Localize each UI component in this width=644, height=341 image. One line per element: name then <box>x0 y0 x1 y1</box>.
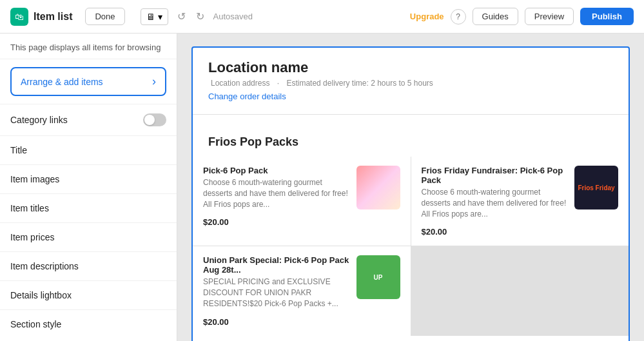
item-price: $20.00 <box>203 217 400 227</box>
item-card-inner: Pick-6 Pop Pack Choose 6 mouth-watering … <box>203 166 400 209</box>
item-card-inner: Union Park Special: Pick-6 Pop Pack Aug … <box>203 255 400 309</box>
sidebar-item-item-titles[interactable]: Item titles <box>0 193 177 222</box>
left-panel: This page displays all items for browsin… <box>0 34 177 341</box>
undo-button[interactable]: ↺ <box>173 8 190 25</box>
list-item: Pick-6 Pop Pack Choose 6 mouth-watering … <box>193 157 411 246</box>
toolbar-right: Upgrade ? Guides Preview Publish <box>410 8 634 25</box>
title-label: Title <box>10 145 27 155</box>
app-icon: 🛍 <box>10 8 28 26</box>
arrow-icon: › <box>152 75 156 88</box>
toggle-knob <box>144 115 155 125</box>
view-toggle-button[interactable]: 🖥 ▾ <box>141 8 168 25</box>
section-gap-2 <box>193 336 629 341</box>
list-item: Union Park Special: Pick-6 Pop Pack Aug … <box>193 246 411 335</box>
category-links-label: Category links <box>10 115 68 125</box>
item-price: $20.00 <box>422 227 619 237</box>
store-card: Location name Location address · Estimat… <box>191 46 630 341</box>
sidebar-item-details-lightbox[interactable]: Details lightbox <box>0 280 177 309</box>
undo-redo-group: ↺ ↻ <box>173 8 208 25</box>
section-style-label: Section style <box>10 319 61 329</box>
sidebar-item-item-descriptions[interactable]: Item descriptions <box>0 251 177 280</box>
sidebar-item-title[interactable]: Title <box>0 135 177 164</box>
dot-separator: · <box>277 79 282 88</box>
list-item: Frios Friday Fundraiser: Pick-6 Pop Pack… <box>411 157 629 246</box>
help-icon[interactable]: ? <box>451 9 466 24</box>
item-card-inner: Frios Friday Fundraiser: Pick-6 Pop Pack… <box>422 166 619 219</box>
panel-description: This page displays all items for browsin… <box>0 34 177 59</box>
location-name: Location name <box>208 59 613 76</box>
section-gap <box>193 122 629 135</box>
item-price: $20.00 <box>203 317 400 327</box>
item-desc: Choose 6 mouth-watering gourmet desserts… <box>203 177 350 209</box>
sidebar-item-item-prices[interactable]: Item prices <box>0 222 177 251</box>
item-image: UP <box>356 255 400 299</box>
item-name: Frios Friday Fundraiser: Pick-6 Pop Pack <box>422 166 569 185</box>
item-text: Frios Friday Fundraiser: Pick-6 Pop Pack… <box>422 166 569 219</box>
arrange-add-items-button[interactable]: Arrange & add items › <box>10 67 166 96</box>
autosaved-label: Autosaved <box>213 12 253 21</box>
done-button[interactable]: Done <box>85 8 124 25</box>
item-titles-label: Item titles <box>10 203 49 213</box>
item-descriptions-label: Item descriptions <box>10 261 79 271</box>
details-lightbox-label: Details lightbox <box>10 290 72 300</box>
preview-button[interactable]: Preview <box>525 8 574 25</box>
preview-area: Location name Location address · Estimat… <box>177 34 644 341</box>
guides-button[interactable]: Guides <box>473 8 518 25</box>
sidebar-item-item-images[interactable]: Item images <box>0 164 177 193</box>
location-meta: Location address · Estimated delivery ti… <box>208 79 613 88</box>
toolbar-left: 🛍 Item list Done <box>10 8 125 26</box>
item-image: Frios Friday <box>574 166 618 209</box>
items-grid-frios: Pick-6 Pop Pack Choose 6 mouth-watering … <box>193 157 629 336</box>
monitor-icon: 🖥 <box>146 12 155 22</box>
app-title: Item list <box>34 11 72 23</box>
item-name: Union Park Special: Pick-6 Pop Pack Aug … <box>203 255 350 275</box>
delivery-time: Estimated delivery time: 2 hours to 5 ho… <box>286 79 433 88</box>
main-layout: This page displays all items for browsin… <box>0 34 644 341</box>
divider <box>193 114 629 115</box>
category-links-toggle[interactable] <box>143 113 166 126</box>
toolbar: 🛍 Item list Done 🖥 ▾ ↺ ↻ Autosaved Upgra… <box>0 0 644 34</box>
item-text: Union Park Special: Pick-6 Pop Pack Aug … <box>203 255 350 309</box>
item-desc: SPECIAL PRICING and EXCLUSIVE DISCOUNT F… <box>203 277 350 309</box>
item-desc: Choose 6 mouth-watering gourmet desserts… <box>422 187 569 219</box>
arrange-label: Arrange & add items <box>21 77 103 87</box>
sidebar-item-category-links[interactable]: Category links <box>0 104 177 135</box>
sidebar-item-section-style[interactable]: Section style <box>0 309 177 338</box>
chevron-down-icon: ▾ <box>158 12 162 22</box>
redo-button[interactable]: ↻ <box>192 8 208 25</box>
store-header: Location name Location address · Estimat… <box>193 48 629 106</box>
toolbar-middle: 🖥 ▾ ↺ ↻ Autosaved <box>125 8 410 25</box>
item-text: Pick-6 Pop Pack Choose 6 mouth-watering … <box>203 166 350 209</box>
item-prices-label: Item prices <box>10 232 54 242</box>
publish-button[interactable]: Publish <box>580 8 634 25</box>
location-address: Location address <box>211 79 269 88</box>
item-images-label: Item images <box>10 174 59 184</box>
item-image <box>356 166 400 209</box>
item-name: Pick-6 Pop Pack <box>203 166 350 175</box>
change-order-link[interactable]: Change order details <box>208 92 613 101</box>
section-title-frios: Frios Pop Packs <box>193 135 629 157</box>
upgrade-button[interactable]: Upgrade <box>410 12 444 21</box>
